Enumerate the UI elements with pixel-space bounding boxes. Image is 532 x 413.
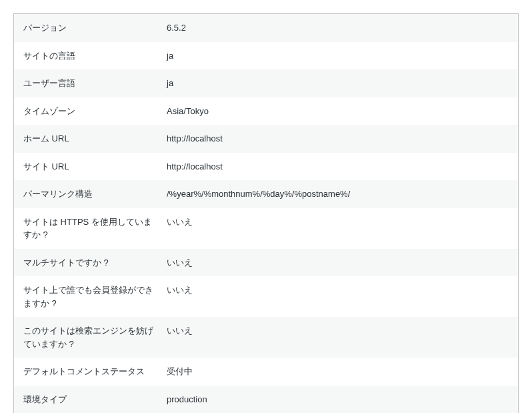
- row-label: ユーザー言語: [14, 69, 164, 97]
- table-row: ユーザー言語ja: [14, 69, 518, 97]
- info-table-body: バージョン6.5.2サイトの言語jaユーザー言語jaタイムゾーンAsia/Tok…: [14, 14, 518, 413]
- row-value: いいえ: [164, 249, 518, 277]
- row-value: Asia/Tokyo: [164, 97, 518, 125]
- row-label: バージョン: [14, 14, 164, 42]
- row-value: 6.5.2: [164, 14, 518, 42]
- row-value: 受付中: [164, 358, 518, 386]
- row-label: サイトの言語: [14, 42, 164, 70]
- table-row: バージョン6.5.2: [14, 14, 518, 42]
- row-value: いいえ: [164, 276, 518, 317]
- row-value: いいえ: [164, 317, 518, 358]
- row-value: http://localhost: [164, 153, 518, 181]
- row-label: マルチサイトですか ?: [14, 249, 164, 277]
- row-label: 環境タイプ: [14, 386, 164, 414]
- table-row: タイムゾーンAsia/Tokyo: [14, 97, 518, 125]
- table-row: サイトの言語ja: [14, 42, 518, 70]
- row-label: デフォルトコメントステータス: [14, 358, 164, 386]
- site-health-info-table: バージョン6.5.2サイトの言語jaユーザー言語jaタイムゾーンAsia/Tok…: [13, 13, 519, 413]
- table-row: マルチサイトですか ?いいえ: [14, 249, 518, 277]
- table-row: デフォルトコメントステータス受付中: [14, 358, 518, 386]
- table-row: サイト URLhttp://localhost: [14, 153, 518, 181]
- row-label: サイトは HTTPS を使用していますか ?: [14, 208, 164, 249]
- table-row: 環境タイプproduction: [14, 386, 518, 414]
- table-row: サイトは HTTPS を使用していますか ?いいえ: [14, 208, 518, 249]
- table-row: このサイトは検索エンジンを妨げていますか ?いいえ: [14, 317, 518, 358]
- info-table: バージョン6.5.2サイトの言語jaユーザー言語jaタイムゾーンAsia/Tok…: [14, 14, 518, 413]
- row-value: いいえ: [164, 208, 518, 249]
- row-value: /%year%/%monthnum%/%day%/%postname%/: [164, 180, 518, 208]
- row-label: タイムゾーン: [14, 97, 164, 125]
- row-value: ja: [164, 69, 518, 97]
- row-label: サイト URL: [14, 153, 164, 181]
- table-row: サイト上で誰でも会員登録ができますか ?いいえ: [14, 276, 518, 317]
- row-value: ja: [164, 42, 518, 70]
- table-row: パーマリンク構造/%year%/%monthnum%/%day%/%postna…: [14, 180, 518, 208]
- row-label: サイト上で誰でも会員登録ができますか ?: [14, 276, 164, 317]
- row-label: パーマリンク構造: [14, 180, 164, 208]
- row-value: http://localhost: [164, 125, 518, 153]
- table-row: ホーム URLhttp://localhost: [14, 125, 518, 153]
- row-label: このサイトは検索エンジンを妨げていますか ?: [14, 317, 164, 358]
- row-label: ホーム URL: [14, 125, 164, 153]
- row-value: production: [164, 386, 518, 414]
